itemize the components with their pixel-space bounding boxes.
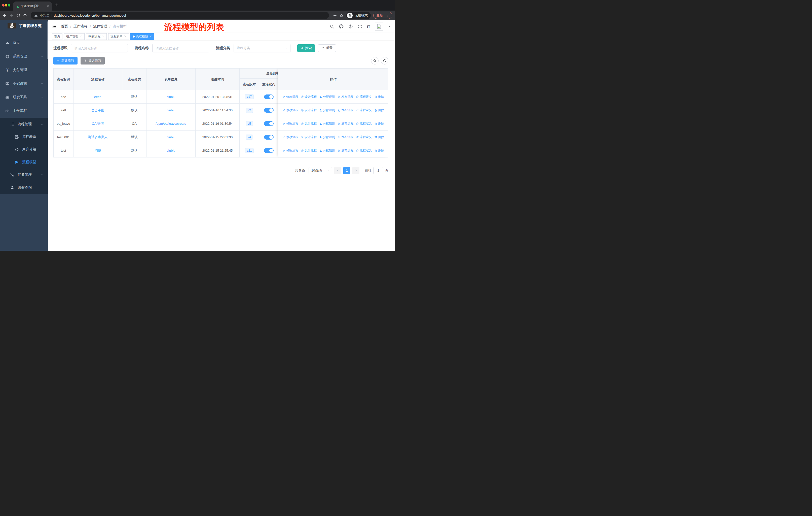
design-process-link[interactable]: 设计流程 — [301, 108, 317, 112]
publish-process-link[interactable]: 发布流程 — [338, 108, 353, 112]
design-process-link[interactable]: 设计流程 — [301, 148, 317, 153]
tab-close-icon[interactable] — [47, 5, 49, 7]
refresh-table-button[interactable] — [381, 57, 388, 64]
active-toggle[interactable] — [264, 108, 273, 113]
import-process-button[interactable]: 导入流程 — [81, 57, 105, 64]
update-button[interactable]: 更新 — [373, 12, 392, 19]
browser-menu-icon[interactable] — [385, 13, 389, 18]
home-icon[interactable] — [23, 13, 27, 18]
assign-rule-link[interactable]: 分配规则 — [319, 121, 335, 126]
process-definition-link[interactable]: 流程定义 — [356, 95, 372, 99]
delete-link[interactable]: 删除 — [374, 148, 384, 153]
process-definition-link[interactable]: 流程定义 — [356, 108, 372, 112]
process-name-link[interactable]: 自己审批 — [91, 108, 105, 113]
sidebar-item-user-group[interactable]: 用户分组 — [0, 143, 48, 156]
font-size-icon[interactable]: tT — [367, 24, 370, 29]
user-avatar[interactable] — [375, 22, 383, 31]
search-icon[interactable] — [330, 24, 334, 29]
reload-icon[interactable] — [16, 13, 20, 18]
publish-process-link[interactable]: 发布流程 — [338, 121, 353, 126]
new-tab-button[interactable] — [54, 2, 59, 7]
modify-process-link[interactable]: 修改流程 — [283, 135, 298, 139]
assign-rule-link[interactable]: 分配规则 — [319, 148, 335, 153]
tag-process-form[interactable]: 流程表单 — [108, 33, 129, 40]
process-definition-link[interactable]: 流程定义 — [356, 121, 372, 126]
design-process-link[interactable]: 设计流程 — [301, 135, 317, 139]
process-id-input[interactable] — [71, 44, 128, 52]
page-size-select[interactable]: 10条/页 — [309, 167, 332, 174]
active-toggle[interactable] — [264, 135, 273, 140]
form-info-link[interactable]: biubiu — [167, 148, 175, 153]
sidebar-item-devtools[interactable]: 研发工具 — [0, 90, 48, 104]
sidebar-item-payment[interactable]: ¥ 支付管理 — [0, 63, 48, 77]
design-process-link[interactable]: 设计流程 — [301, 121, 317, 126]
process-category-select[interactable]: 流程分类 — [234, 44, 290, 52]
tag-close-icon[interactable] — [102, 35, 105, 38]
delete-link[interactable]: 删除 — [374, 108, 384, 112]
tag-close-icon[interactable] — [149, 35, 152, 38]
active-toggle[interactable] — [264, 94, 273, 99]
form-info-link[interactable]: biubiu — [167, 95, 175, 99]
next-page-button[interactable] — [352, 167, 359, 174]
breadcrumb-workflow[interactable]: 工作流程 — [74, 24, 88, 29]
window-zoom-button[interactable] — [8, 4, 10, 6]
sidebar-item-process-model[interactable]: 流程模型 — [0, 156, 48, 168]
modify-process-link[interactable]: 修改流程 — [283, 108, 298, 112]
process-name-link[interactable]: 滔博 — [95, 148, 101, 153]
sidebar-item-workflow[interactable]: 工作流程 — [0, 104, 48, 118]
process-definition-link[interactable]: 流程定义 — [356, 135, 372, 139]
delete-link[interactable]: 删除 — [374, 121, 384, 126]
process-definition-link[interactable]: 流程定义 — [356, 148, 372, 153]
avatar-caret-icon[interactable] — [388, 26, 390, 27]
toggle-search-button[interactable] — [371, 57, 379, 64]
breadcrumb-home[interactable]: 首页 — [61, 24, 68, 29]
sidebar-item-process-manage[interactable]: 流程管理 — [0, 118, 48, 131]
active-toggle[interactable] — [264, 148, 273, 153]
form-info-link[interactable]: biubiu — [167, 108, 175, 112]
delete-link[interactable]: 删除 — [374, 135, 384, 139]
back-icon[interactable] — [2, 13, 7, 18]
modify-process-link[interactable]: 修改流程 — [283, 95, 298, 99]
tag-tenant[interactable]: 租户管理 — [64, 33, 85, 40]
forward-icon[interactable] — [9, 13, 13, 18]
fullscreen-icon[interactable] — [358, 24, 362, 29]
tag-home[interactable]: 首页 — [52, 33, 62, 40]
tag-my-process[interactable]: 我的流程 — [86, 33, 107, 40]
tag-close-icon[interactable] — [124, 35, 126, 38]
sidebar-item-system[interactable]: 系统管理 — [0, 50, 48, 63]
sidebar-item-task-manage[interactable]: 任务管理 — [0, 168, 48, 181]
form-info-link[interactable]: /bpm/oa/leave/create — [155, 122, 186, 126]
publish-process-link[interactable]: 发布流程 — [338, 135, 353, 139]
window-minimize-button[interactable] — [5, 4, 7, 6]
prev-page-button[interactable] — [334, 167, 341, 174]
window-close-button[interactable] — [2, 4, 4, 6]
modify-process-link[interactable]: 修改流程 — [283, 148, 298, 153]
reset-button[interactable]: 重置 — [318, 44, 336, 52]
sidebar-item-infra[interactable]: 基础设施 — [0, 77, 48, 90]
github-icon[interactable] — [339, 24, 344, 29]
search-button[interactable]: 搜索 — [297, 44, 315, 52]
process-name-input[interactable] — [152, 44, 209, 52]
form-info-link[interactable]: biubiu — [167, 135, 175, 139]
assign-rule-link[interactable]: 分配规则 — [319, 108, 335, 112]
design-process-link[interactable]: 设计流程 — [301, 95, 317, 99]
publish-process-link[interactable]: 发布流程 — [338, 95, 353, 99]
tag-close-icon[interactable] — [80, 35, 82, 38]
browser-tab[interactable]: 芋道管理系统 — [13, 1, 52, 10]
delete-link[interactable]: 删除 — [374, 95, 384, 99]
url-bar[interactable]: 不安全 dashboard.yudao.iocoder.cn/bpm/manag… — [31, 12, 329, 19]
page-1-button[interactable]: 1 — [343, 167, 350, 174]
sidebar-item-leave-query[interactable]: 请假查询 — [0, 181, 48, 194]
process-name-link[interactable]: eeee — [94, 95, 102, 99]
sidebar-item-home[interactable]: 首页 — [0, 36, 48, 50]
bookmark-star-icon[interactable] — [339, 13, 344, 18]
create-process-button[interactable]: 新建流程 — [53, 57, 78, 64]
process-name-link[interactable]: OA 请假 — [92, 121, 104, 126]
help-icon[interactable] — [348, 24, 353, 29]
assign-rule-link[interactable]: 分配规则 — [319, 135, 335, 139]
tag-process-model[interactable]: 流程模型 — [130, 33, 154, 40]
publish-process-link[interactable]: 发布流程 — [338, 148, 353, 153]
breadcrumb-process-manage[interactable]: 流程管理 — [93, 24, 107, 29]
goto-page-input[interactable] — [373, 167, 383, 174]
active-toggle[interactable] — [264, 121, 273, 126]
